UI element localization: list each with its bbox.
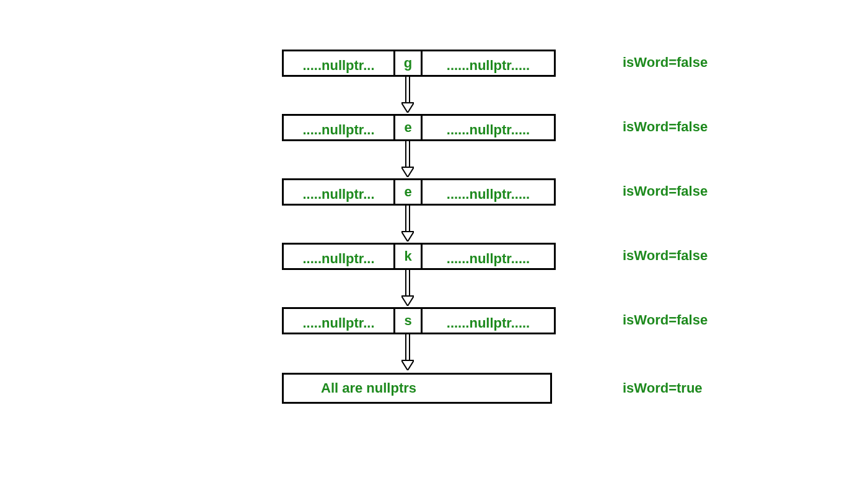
node-char-cell: k [395, 245, 423, 268]
node-right-cell: ......nullptr..... [423, 51, 554, 75]
isword-label: isWord=false [623, 312, 708, 328]
trie-node: .....nullptr... e ......nullptr..... [282, 178, 556, 206]
svg-marker-2 [401, 103, 414, 113]
node-char-cell: e [395, 116, 423, 139]
svg-marker-11 [401, 296, 414, 306]
isword-label: isWord=false [623, 54, 708, 71]
isword-label: isWord=false [623, 183, 708, 199]
node-left-cell: .....nullptr... [284, 245, 395, 268]
trie-node: .....nullptr... g ......nullptr..... [282, 50, 556, 77]
svg-marker-8 [401, 232, 414, 242]
node-left-cell: .....nullptr... [284, 116, 395, 139]
isword-label: isWord=false [623, 248, 708, 264]
arrow-down-icon [401, 334, 414, 370]
node-right-cell: ......nullptr..... [423, 116, 554, 139]
svg-marker-14 [401, 360, 414, 370]
isword-label: isWord=true [623, 380, 703, 396]
node-char-cell: s [395, 309, 423, 333]
arrow-down-icon [401, 206, 414, 242]
node-left-cell: .....nullptr... [284, 180, 395, 204]
trie-node: .....nullptr... k ......nullptr..... [282, 243, 556, 270]
node-left-cell: .....nullptr... [284, 309, 395, 333]
svg-marker-5 [401, 167, 414, 177]
trie-node: .....nullptr... e ......nullptr..... [282, 114, 556, 141]
node-char-cell: e [395, 180, 423, 204]
trie-node: .....nullptr... s ......nullptr..... [282, 307, 556, 334]
node-char-cell: g [395, 51, 423, 75]
arrow-down-icon [401, 77, 414, 113]
node-right-cell: ......nullptr..... [423, 309, 554, 333]
isword-label: isWord=false [623, 119, 708, 135]
final-node-text: All are nullptrs [321, 380, 416, 396]
node-right-cell: ......nullptr..... [423, 245, 554, 268]
trie-final-node: All are nullptrs [282, 373, 552, 404]
node-right-cell: ......nullptr..... [423, 180, 554, 204]
arrow-down-icon [401, 141, 414, 177]
node-left-cell: .....nullptr... [284, 51, 395, 75]
arrow-down-icon [401, 270, 414, 306]
